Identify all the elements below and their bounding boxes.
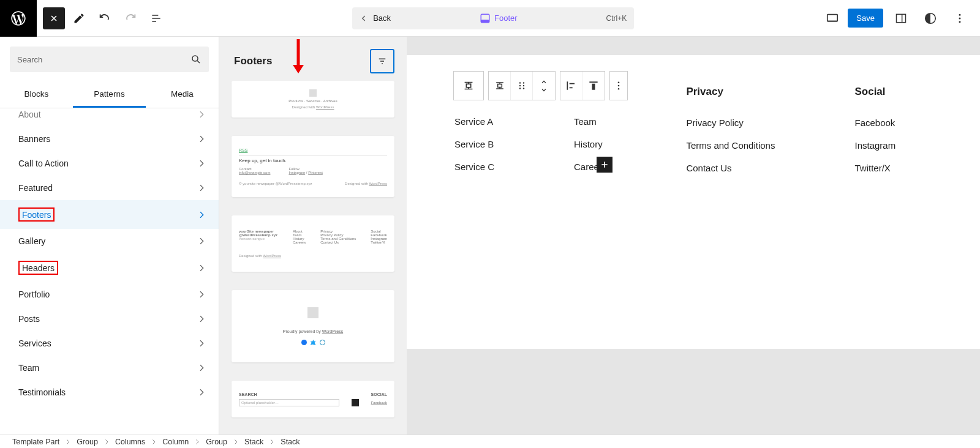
category-services[interactable]: Services bbox=[0, 331, 219, 356]
undo-button[interactable] bbox=[93, 7, 116, 30]
align-button[interactable] bbox=[560, 72, 582, 100]
category-portfolio[interactable]: Portfolio bbox=[0, 282, 219, 307]
footer-column[interactable]: PrivacyPrivacy PolicyTerms and Condition… bbox=[686, 86, 775, 173]
close-panel-button[interactable] bbox=[43, 7, 65, 29]
footer-link[interactable]: Team bbox=[574, 116, 597, 127]
block-breadcrumb: Template PartGroupColumnsColumnGroupStac… bbox=[0, 435, 980, 448]
chevron-right-icon bbox=[197, 210, 206, 220]
svg-rect-10 bbox=[497, 84, 502, 88]
category-label: Posts bbox=[18, 314, 40, 324]
category-about[interactable]: About bbox=[0, 108, 219, 127]
footer-column[interactable]: SocialFacebookInstagramTwitter/X bbox=[854, 86, 895, 173]
back-label[interactable]: Back bbox=[373, 13, 391, 23]
svg-point-14 bbox=[522, 85, 524, 86]
breadcrumb-item[interactable]: Columns bbox=[115, 438, 145, 446]
footer-link[interactable]: Service C bbox=[454, 162, 494, 172]
chevron-right-icon bbox=[197, 289, 206, 299]
drag-handle[interactable] bbox=[511, 72, 533, 100]
footer-heading[interactable]: Social bbox=[854, 86, 895, 98]
category-call-to-action[interactable]: Call to Action bbox=[0, 151, 219, 176]
chevron-right-icon bbox=[197, 236, 206, 246]
breadcrumb-item[interactable]: Group bbox=[77, 438, 98, 446]
tab-media[interactable]: Media bbox=[146, 82, 219, 108]
chevron-right-icon bbox=[194, 438, 201, 446]
view-button[interactable] bbox=[821, 7, 844, 30]
move-buttons[interactable] bbox=[533, 72, 555, 100]
add-block-button[interactable] bbox=[597, 157, 612, 173]
chevron-right-icon bbox=[64, 438, 72, 446]
svg-rect-9 bbox=[466, 84, 470, 88]
list-view-button[interactable] bbox=[145, 7, 168, 30]
tab-blocks[interactable]: Blocks bbox=[0, 82, 73, 108]
pattern-panel-title: Footers bbox=[234, 55, 272, 67]
svg-point-11 bbox=[519, 82, 520, 83]
breadcrumb-item[interactable]: Template Part bbox=[12, 438, 59, 446]
svg-point-5 bbox=[959, 13, 960, 15]
category-banners[interactable]: Banners bbox=[0, 127, 219, 151]
pattern-thumb[interactable]: RSS Keep up, get in touch. Contactinfo@e… bbox=[232, 136, 394, 197]
styles-button[interactable] bbox=[919, 7, 942, 30]
chevron-right-icon bbox=[197, 134, 206, 144]
document-bar[interactable]: Back Footer Ctrl+K bbox=[352, 7, 634, 29]
footer-link[interactable]: Contact Us bbox=[686, 163, 731, 173]
category-gallery[interactable]: Gallery bbox=[0, 229, 219, 253]
footer-link[interactable]: History bbox=[574, 139, 603, 149]
tab-patterns[interactable]: Patterns bbox=[73, 82, 146, 108]
block-toolbar bbox=[453, 71, 628, 100]
breadcrumb-item[interactable]: Group bbox=[206, 438, 227, 446]
category-label: Portfolio bbox=[18, 289, 50, 299]
category-headers[interactable]: Headers bbox=[0, 253, 219, 282]
svg-point-18 bbox=[618, 85, 620, 87]
options-button[interactable] bbox=[948, 7, 971, 30]
pattern-filter-button[interactable] bbox=[370, 49, 394, 73]
category-label: Testimonials bbox=[18, 387, 66, 397]
breadcrumb-item[interactable]: Stack bbox=[281, 438, 300, 446]
footer-link[interactable]: Privacy Policy bbox=[686, 118, 743, 128]
category-footers[interactable]: Footers bbox=[0, 200, 219, 229]
category-posts[interactable]: Posts bbox=[0, 307, 219, 331]
command-shortcut: Ctrl+K bbox=[606, 14, 627, 23]
transform-button[interactable] bbox=[489, 72, 511, 100]
chevron-right-icon bbox=[197, 110, 206, 119]
edit-tool[interactable] bbox=[67, 7, 91, 30]
footer-link[interactable]: Twitter/X bbox=[854, 163, 890, 173]
footer-link[interactable]: Instagram bbox=[854, 140, 895, 151]
wordpress-logo[interactable] bbox=[0, 0, 37, 37]
chevron-right-icon bbox=[197, 314, 206, 324]
category-team[interactable]: Team bbox=[0, 356, 219, 380]
svg-point-13 bbox=[519, 85, 520, 86]
category-label: Headers bbox=[18, 261, 58, 275]
svg-point-15 bbox=[519, 88, 520, 89]
vertical-align-button[interactable] bbox=[582, 72, 605, 100]
svg-point-7 bbox=[959, 21, 960, 23]
redo-button[interactable] bbox=[119, 7, 142, 30]
chevron-right-icon bbox=[232, 438, 239, 446]
svg-point-12 bbox=[522, 82, 524, 83]
chevron-left-icon bbox=[360, 14, 368, 23]
category-testimonials[interactable]: Testimonials bbox=[0, 380, 219, 405]
search-input[interactable]: Search bbox=[10, 47, 209, 72]
chevron-right-icon bbox=[197, 387, 206, 397]
breadcrumb-item[interactable]: Column bbox=[162, 438, 189, 446]
save-button[interactable]: Save bbox=[848, 9, 883, 28]
breadcrumb-item[interactable]: Stack bbox=[244, 438, 263, 446]
chevron-right-icon bbox=[268, 438, 276, 446]
pattern-thumb[interactable]: Proudly powered by WordPress bbox=[232, 290, 394, 362]
footer-link[interactable]: Service A bbox=[454, 116, 493, 127]
footer-link[interactable]: Service B bbox=[454, 139, 494, 149]
search-icon bbox=[190, 54, 202, 65]
svg-rect-3 bbox=[896, 14, 905, 22]
footer-heading[interactable]: Privacy bbox=[686, 86, 775, 98]
block-options-button[interactable] bbox=[610, 72, 627, 100]
block-type-button[interactable] bbox=[454, 72, 483, 100]
category-label: Team bbox=[18, 363, 39, 373]
settings-sidebar-button[interactable] bbox=[889, 7, 913, 30]
category-featured[interactable]: Featured bbox=[0, 176, 219, 200]
search-placeholder: Search bbox=[17, 55, 42, 64]
footer-link[interactable]: Facebook bbox=[854, 118, 895, 128]
footer-link[interactable]: Terms and Conditions bbox=[686, 140, 775, 151]
chevron-right-icon bbox=[103, 438, 110, 446]
pattern-thumb[interactable]: Products · Services · Archives Designed … bbox=[232, 81, 394, 118]
pattern-thumb[interactable]: yourSite newspaper @WordPresstemp.xyzAen… bbox=[232, 215, 394, 272]
pattern-thumb[interactable]: SEARCHSOCIAL Optional placeholder… Faceb… bbox=[232, 381, 394, 417]
